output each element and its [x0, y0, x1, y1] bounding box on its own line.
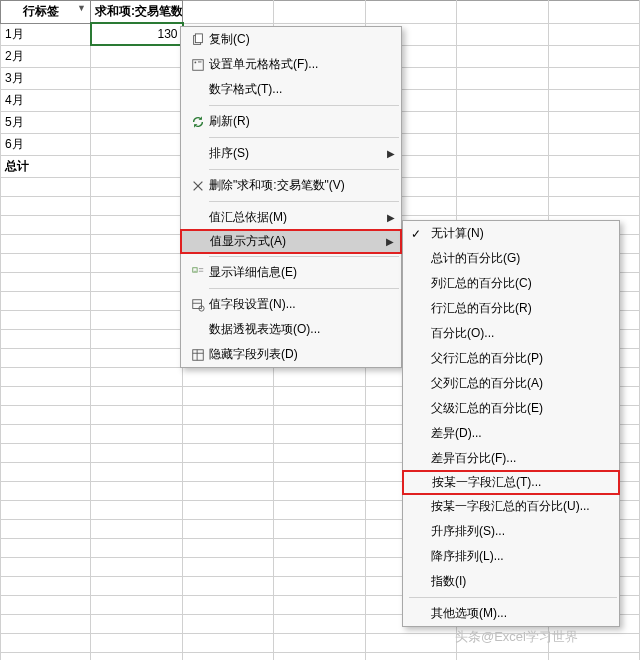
menu-refresh[interactable]: 刷新(R): [181, 109, 401, 134]
menu-field-settings[interactable]: 值字段设置(N)...: [181, 292, 401, 317]
submenu-pct-of[interactable]: 百分比(O)...: [403, 321, 619, 346]
menu-sort[interactable]: 排序(S)▶: [181, 141, 401, 166]
menu-show-values-as[interactable]: 值显示方式(A)▶: [180, 229, 402, 254]
refresh-icon: [187, 115, 209, 129]
show-values-as-submenu: ✓无计算(N) 总计的百分比(G) 列汇总的百分比(C) 行汇总的百分比(R) …: [402, 220, 620, 627]
submenu-rank-asc[interactable]: 升序排列(S)...: [403, 519, 619, 544]
chevron-right-icon: ▶: [387, 212, 395, 223]
menu-format-cells[interactable]: 设置单元格格式(F)...: [181, 52, 401, 77]
details-icon: +: [187, 266, 209, 280]
total-row[interactable]: 总计: [1, 155, 91, 177]
menu-pivot-options[interactable]: 数据透视表选项(O)...: [181, 317, 401, 342]
submenu-pct-parent[interactable]: 父级汇总的百分比(E): [403, 396, 619, 421]
header-rowlabels[interactable]: 行标签▼: [1, 1, 91, 24]
copy-icon: [187, 33, 209, 47]
chevron-right-icon: ▶: [387, 148, 395, 159]
menu-number-format[interactable]: 数字格式(T)...: [181, 77, 401, 102]
submenu-pct-parent-row[interactable]: 父行汇总的百分比(P): [403, 346, 619, 371]
submenu-running-total[interactable]: 按某一字段汇总(T)...: [402, 470, 620, 495]
svg-rect-11: [193, 299, 202, 308]
format-cells-icon: [187, 58, 209, 72]
svg-rect-2: [193, 59, 204, 70]
row-label[interactable]: 6月: [1, 133, 91, 155]
svg-rect-14: [193, 349, 204, 360]
menu-summarize-by[interactable]: 值汇总依据(M)▶: [181, 205, 401, 230]
svg-text:+: +: [194, 267, 197, 272]
check-icon: ✓: [411, 227, 421, 241]
row-label[interactable]: 2月: [1, 45, 91, 67]
submenu-pct-parent-col[interactable]: 父列汇总的百分比(A): [403, 371, 619, 396]
field-list-icon: [187, 348, 209, 362]
submenu-pct-diff[interactable]: 差异百分比(F)...: [403, 446, 619, 471]
menu-copy[interactable]: 复制(C): [181, 27, 401, 52]
dropdown-icon[interactable]: ▼: [77, 3, 86, 13]
active-cell[interactable]: 130: [91, 23, 183, 45]
submenu-pct-grand[interactable]: 总计的百分比(G): [403, 246, 619, 271]
row-label[interactable]: 1月: [1, 23, 91, 45]
row-label[interactable]: 5月: [1, 111, 91, 133]
menu-show-details[interactable]: + 显示详细信息(E): [181, 260, 401, 285]
row-label[interactable]: 4月: [1, 89, 91, 111]
row-label[interactable]: 3月: [1, 67, 91, 89]
submenu-rank-desc[interactable]: 降序排列(L)...: [403, 544, 619, 569]
menu-hide-field-list[interactable]: 隐藏字段列表(D): [181, 342, 401, 367]
submenu-pct-col[interactable]: 列汇总的百分比(C): [403, 271, 619, 296]
submenu-diff[interactable]: 差异(D)...: [403, 421, 619, 446]
context-menu: 复制(C) 设置单元格格式(F)... 数字格式(T)... 刷新(R) 排序(…: [180, 26, 402, 368]
submenu-more[interactable]: 其他选项(M)...: [403, 601, 619, 626]
chevron-right-icon: ▶: [386, 236, 394, 247]
submenu-index[interactable]: 指数(I): [403, 569, 619, 594]
menu-remove-field[interactable]: 删除"求和项:交易笔数"(V): [181, 173, 401, 198]
submenu-pct-running[interactable]: 按某一字段汇总的百分比(U)...: [403, 494, 619, 519]
svg-rect-4: [198, 61, 202, 62]
svg-rect-1: [195, 33, 202, 42]
remove-icon: [187, 179, 209, 193]
submenu-no-calc[interactable]: ✓无计算(N): [403, 221, 619, 246]
header-sumfield[interactable]: 求和项:交易笔数: [91, 1, 183, 24]
field-settings-icon: [187, 298, 209, 312]
svg-point-3: [195, 61, 197, 63]
submenu-pct-row[interactable]: 行汇总的百分比(R): [403, 296, 619, 321]
